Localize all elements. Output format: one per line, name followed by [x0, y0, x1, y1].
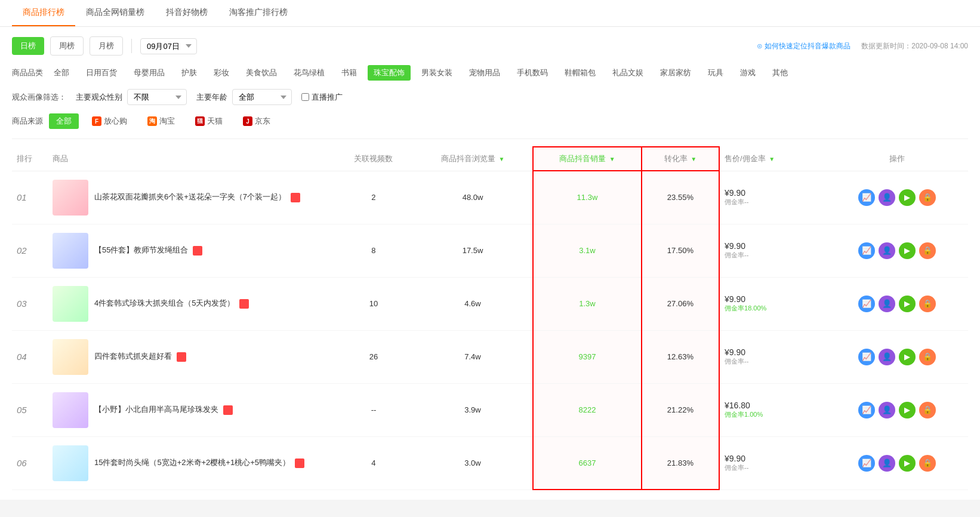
cat-gifts[interactable]: 礼品文娱: [606, 65, 649, 81]
video-button[interactable]: ▶: [899, 296, 916, 312]
lock-button[interactable]: 🔒: [919, 242, 936, 259]
cat-flower[interactable]: 花鸟绿植: [288, 65, 331, 81]
cat-book[interactable]: 书籍: [335, 65, 363, 81]
cat-all[interactable]: 全部: [48, 65, 75, 81]
rank-cell: 05: [12, 383, 48, 436]
week-button[interactable]: 周榜: [50, 36, 84, 56]
cat-food[interactable]: 美食饮品: [240, 65, 283, 81]
influencer-button[interactable]: 👤: [879, 402, 895, 418]
product-link[interactable]: 【小野】小北自用半高马尾珍珠发夹: [94, 405, 218, 414]
sales-cell: 3.1w: [533, 224, 642, 277]
tm-icon: 猫: [195, 116, 205, 126]
nav-taoke-rank[interactable]: 淘客推广排行榜: [218, 0, 298, 26]
lock-button[interactable]: 🔒: [919, 349, 936, 365]
age-select[interactable]: 全部: [232, 89, 292, 105]
cat-jewelry[interactable]: 珠宝配饰: [368, 65, 411, 81]
date-select[interactable]: 09月07日: [140, 38, 197, 54]
conv-sort-icon: ▼: [691, 156, 697, 162]
commission-label: 佣金率--: [725, 357, 821, 366]
th-views: 关联视频数: [334, 147, 413, 171]
lock-button[interactable]: 🔒: [919, 455, 936, 472]
product-cell: 【小野】小北自用半高马尾珍珠发夹: [48, 383, 334, 436]
help-link[interactable]: ⊙ 如何快速定位抖音爆款商品: [757, 41, 850, 51]
product-thumbnail: [53, 180, 88, 216]
cat-pet[interactable]: 宠物用品: [463, 65, 506, 81]
analytics-button[interactable]: 📈: [858, 242, 875, 259]
nav-goods-rank[interactable]: 商品排行榜: [12, 0, 75, 26]
product-name: 山茶花双面花瓣抓夹6个装+送花朵一字夹（7个装一起）: [94, 192, 329, 202]
th-product: 商品: [48, 147, 334, 171]
live-checkbox-input[interactable]: [301, 93, 309, 101]
lock-button[interactable]: 🔒: [919, 189, 936, 206]
source-all[interactable]: 全部: [49, 113, 79, 129]
cat-skin[interactable]: 护肤: [175, 65, 203, 81]
influencer-button[interactable]: 👤: [879, 455, 895, 472]
cat-games[interactable]: 游戏: [734, 65, 762, 81]
source-tb[interactable]: 淘 淘宝: [140, 113, 182, 129]
video-button[interactable]: ▶: [899, 242, 916, 259]
analytics-button[interactable]: 📈: [858, 296, 875, 312]
influencer-button[interactable]: 👤: [879, 349, 895, 365]
product-name: 【小野】小北自用半高马尾珍珠发夹: [94, 404, 329, 415]
video-button[interactable]: ▶: [899, 402, 916, 418]
live-checkbox[interactable]: 直播推广: [301, 92, 343, 103]
price-main: ¥9.90: [725, 347, 821, 357]
price-main: ¥9.90: [725, 188, 821, 198]
th-sales[interactable]: 商品抖音销量 ▼: [533, 147, 642, 171]
gender-filter-group: 主要观众性别 不限: [76, 89, 187, 105]
product-name: 15件套时尚头绳（5宽边+2米奇+2樱桃+1桃心+5鸭嘴夹）: [94, 457, 329, 468]
video-button[interactable]: ▶: [899, 455, 916, 472]
influencer-button[interactable]: 👤: [879, 242, 895, 259]
update-time: 数据更新时间：2020-09-08 14:00: [861, 41, 968, 51]
cat-makeup[interactable]: 彩妆: [208, 65, 235, 81]
influencer-button[interactable]: 👤: [879, 189, 895, 206]
nav-goods-sales[interactable]: 商品全网销量榜: [75, 0, 155, 26]
product-link[interactable]: 15件套时尚头绳（5宽边+2米奇+2樱桃+1桃心+5鸭嘴夹）: [94, 458, 290, 467]
th-price[interactable]: 售价/佣金率 ▼: [719, 147, 826, 171]
day-button[interactable]: 日榜: [12, 37, 44, 55]
conv-cell: 17.50%: [642, 224, 719, 277]
ops-cell: 📈👤▶🔒: [826, 224, 968, 277]
views-cell: 4: [334, 436, 413, 490]
source-tm[interactable]: 猫 天猫: [188, 113, 230, 129]
product-name: 【55件套】教师节发绳组合: [94, 245, 329, 256]
lock-button[interactable]: 🔒: [919, 402, 936, 418]
product-link[interactable]: 山茶花双面花瓣抓夹6个装+送花朵一字夹（7个装一起）: [94, 192, 286, 201]
live-label: 直播推广: [312, 92, 343, 103]
views-cell: 26: [334, 330, 413, 383]
th-browse[interactable]: 商品抖音浏览量 ▼: [413, 147, 533, 171]
cat-baby[interactable]: 母婴用品: [128, 65, 171, 81]
lock-button[interactable]: 🔒: [919, 296, 936, 312]
ops-cell: 📈👤▶🔒: [826, 383, 968, 436]
analytics-button[interactable]: 📈: [858, 402, 875, 418]
source-tb-label: 淘宝: [159, 116, 175, 127]
source-jd[interactable]: J 京东: [236, 113, 278, 129]
th-conv[interactable]: 转化率 ▼: [642, 147, 719, 171]
video-button[interactable]: ▶: [899, 349, 916, 365]
cat-daily[interactable]: 日用百货: [80, 65, 123, 81]
analytics-button[interactable]: 📈: [858, 349, 875, 365]
month-button[interactable]: 月榜: [90, 36, 123, 56]
source-fxg[interactable]: F 放心购: [85, 113, 134, 129]
price-cell: ¥9.90 佣金率--: [719, 224, 826, 277]
product-thumbnail: [53, 392, 88, 428]
views-cell: --: [334, 383, 413, 436]
gender-select[interactable]: 不限: [127, 89, 187, 105]
product-link[interactable]: 四件套韩式抓夹超好看: [94, 352, 172, 361]
product-link[interactable]: 【55件套】教师节发绳组合: [94, 245, 188, 254]
sales-cell: 1.3w: [533, 277, 642, 330]
source-jd-label: 京东: [255, 116, 270, 127]
video-button[interactable]: ▶: [899, 189, 916, 206]
product-link[interactable]: 4件套韩式珍珠大抓夹组合（5天内发货）: [94, 298, 235, 307]
analytics-button[interactable]: 📈: [858, 189, 875, 206]
cat-shoes[interactable]: 鞋帽箱包: [559, 65, 602, 81]
cat-digital[interactable]: 手机数码: [511, 65, 554, 81]
cat-fashion[interactable]: 男装女装: [415, 65, 458, 81]
nav-douyin-good[interactable]: 抖音好物榜: [155, 0, 218, 26]
cat-toys[interactable]: 玩具: [702, 65, 729, 81]
sales-cell: 6637: [533, 436, 642, 490]
cat-home[interactable]: 家居家纺: [654, 65, 697, 81]
cat-other[interactable]: 其他: [766, 65, 794, 81]
analytics-button[interactable]: 📈: [858, 455, 875, 472]
influencer-button[interactable]: 👤: [879, 296, 895, 312]
